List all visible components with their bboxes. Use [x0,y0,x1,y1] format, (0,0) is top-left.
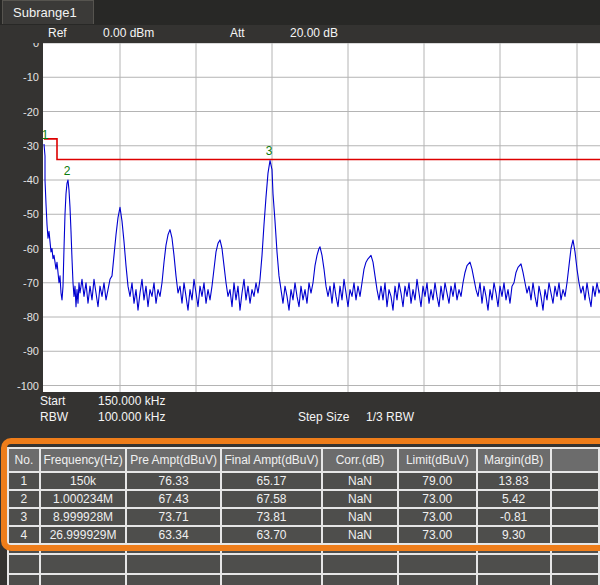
cell-empty [40,544,126,554]
step-size-value: 1/3 RBW [366,410,414,424]
cell-no: 1 [8,472,40,490]
y-axis-tick-label: 0 [33,43,39,49]
cell-limit: 73.00 [398,490,477,508]
tab-label: Subrange1 [13,5,77,20]
cell-no: 3 [8,508,40,526]
cell-empty [322,544,398,554]
table-row[interactable]: 21.000234M67.4367.58NaN73.005.42 [8,490,599,508]
cell-limit: 79.00 [398,472,477,490]
table-row-empty[interactable] [8,554,599,574]
y-axis-tick-label: -50 [23,208,39,220]
att-label: Att [230,26,245,40]
tab-subrange1[interactable]: Subrange1 [2,0,94,24]
column-header-extra [551,448,599,472]
cell-final-ampt: 63.70 [221,526,322,544]
cell-empty [126,574,221,585]
cell-extra [551,526,599,544]
column-header-corr: Corr.(dB) [322,448,398,472]
cell-empty [221,574,322,585]
cell-pre-ampt: 76.33 [126,472,221,490]
cell-empty [126,554,221,574]
column-header-frequency: Frequency(Hz) [40,448,126,472]
column-header-no: No. [8,448,40,472]
table-row-empty[interactable] [8,574,599,585]
start-label: Start [40,394,65,408]
att-value: 20.00 dB [290,26,338,40]
cell-final-ampt: 67.58 [221,490,322,508]
cell-empty [322,554,398,574]
y-axis-tick-label: -40 [23,174,39,186]
cell-margin: 9.30 [477,526,551,544]
cell-pre-ampt: 73.71 [126,508,221,526]
column-header-pre-ampt: Pre Ampt(dBuV) [126,448,221,472]
cell-empty [8,554,40,574]
table-row-empty[interactable] [8,544,599,554]
column-header-final-ampt: Final Ampt(dBuV) [221,448,322,472]
cell-empty [398,574,477,585]
y-axis-tick-label: -90 [23,345,39,357]
y-axis-tick-label: -70 [23,277,39,289]
cell-empty [322,574,398,585]
cell-empty [551,574,599,585]
cell-empty [8,574,40,585]
results-table: No.Frequency(Hz)Pre Ampt(dBuV)Final Ampt… [7,447,600,585]
cell-empty [398,554,477,574]
spectrum-chart: 0-10-20-30-40-50-60-70-80-90-100123 [0,43,600,392]
y-axis-tick-label: -60 [23,243,39,255]
start-value: 150.000 kHz [98,394,165,408]
y-axis-tick-label: -100 [17,380,39,392]
rbw-value: 100.000 kHz [98,410,165,424]
cell-corr: NaN [322,472,398,490]
cell-empty [8,544,40,554]
cell-empty [398,544,477,554]
y-axis-tick-label: -30 [23,140,39,152]
cell-frequency: 1.000234M [40,490,126,508]
y-axis-tick-label: -80 [23,311,39,323]
cell-extra [551,472,599,490]
y-axis-tick-label: -20 [23,106,39,118]
cell-empty [477,574,551,585]
peak-marker-label: 1 [42,128,49,142]
cell-margin: -0.81 [477,508,551,526]
cell-empty [126,544,221,554]
peak-marker-label: 3 [266,144,273,158]
column-header-margin: Margin(dB) [477,448,551,472]
cell-empty [221,554,322,574]
table-header-row: No.Frequency(Hz)Pre Ampt(dBuV)Final Ampt… [8,448,599,472]
cell-frequency: 26.999929M [40,526,126,544]
cell-empty [551,544,599,554]
table-row[interactable]: 38.999928M73.7173.81NaN73.00-0.81 [8,508,599,526]
cell-margin: 13.83 [477,472,551,490]
cell-no: 2 [8,490,40,508]
cell-final-ampt: 73.81 [221,508,322,526]
cell-limit: 73.00 [398,508,477,526]
cell-corr: NaN [322,526,398,544]
table-row[interactable]: 426.999929M63.3463.70NaN73.009.30 [8,526,599,544]
table-row[interactable]: 1150k76.3365.17NaN79.0013.83 [8,472,599,490]
column-header-limit: Limit(dBuV) [398,448,477,472]
results-table-container: No.Frequency(Hz)Pre Ampt(dBuV)Final Ampt… [7,447,600,585]
plot-area [43,43,600,392]
chart-header: Ref 0.00 dBm Att 20.00 dB [0,25,600,43]
ref-label: Ref [48,26,67,40]
cell-frequency: 8.999928M [40,508,126,526]
peak-marker-label: 2 [64,164,71,178]
cell-empty [40,574,126,585]
cell-pre-ampt: 63.34 [126,526,221,544]
cell-limit: 73.00 [398,526,477,544]
step-size-label: Step Size [298,410,349,424]
cell-final-ampt: 65.17 [221,472,322,490]
cell-empty [551,554,599,574]
cell-frequency: 150k [40,472,126,490]
cell-empty [40,554,126,574]
y-axis-tick-label: -10 [23,71,39,83]
rbw-label: RBW [40,410,68,424]
cell-empty [477,554,551,574]
cell-no: 4 [8,526,40,544]
cell-corr: NaN [322,508,398,526]
cell-corr: NaN [322,490,398,508]
cell-margin: 5.42 [477,490,551,508]
ref-value: 0.00 dBm [103,26,154,40]
cell-pre-ampt: 67.43 [126,490,221,508]
tab-bar: Subrange1 [0,0,600,25]
